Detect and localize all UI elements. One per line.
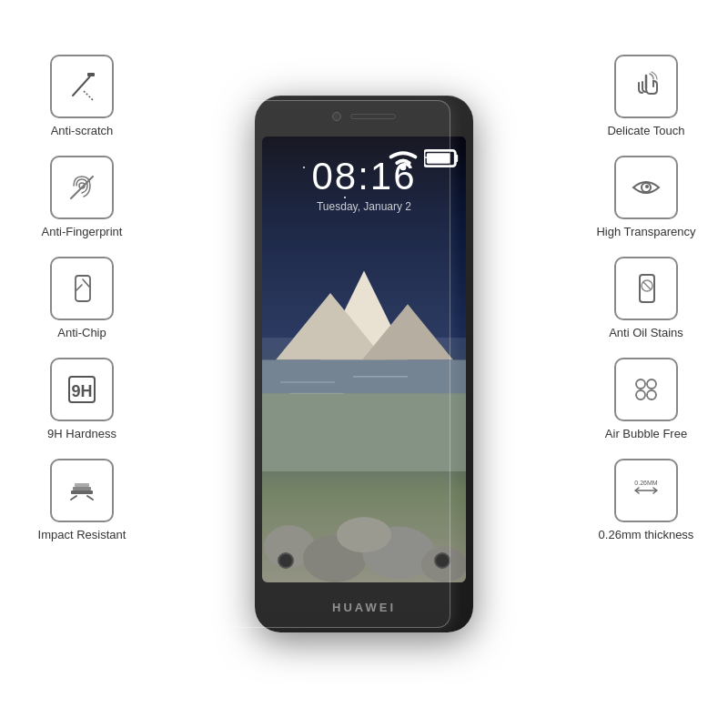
phone-wrapper: 08:16 Tuesday, January 2 xyxy=(228,82,500,646)
delicate-touch-icon-box xyxy=(614,55,678,118)
left-features: Anti-scratch Anti-Fingerprint xyxy=(9,55,155,541)
right-features: Delicate Touch High Transparency Ant xyxy=(573,55,719,541)
air-bubble-label: Air Bubble Free xyxy=(605,427,687,440)
phone-shield-icon xyxy=(628,270,664,307)
bubble-icon xyxy=(628,371,664,408)
impact-icon-box xyxy=(50,459,114,522)
9h-icon: 9H xyxy=(64,371,100,408)
wifi-icon xyxy=(385,140,421,177)
bottom-cam-right xyxy=(434,552,450,569)
svg-point-39 xyxy=(647,379,656,389)
phone-top-bar xyxy=(255,96,473,136)
anti-chip-label: Anti-Chip xyxy=(57,326,106,339)
svg-point-41 xyxy=(647,390,656,399)
svg-line-0 xyxy=(73,77,89,96)
svg-point-38 xyxy=(636,379,645,389)
feature-anti-scratch: Anti-scratch xyxy=(9,55,155,137)
svg-line-7 xyxy=(83,279,89,287)
speaker-bar xyxy=(350,114,396,119)
air-bubble-icon-box xyxy=(614,358,678,421)
high-transparency-icon-box xyxy=(614,156,678,219)
feature-anti-oil-stains: Anti Oil Stains xyxy=(573,257,719,339)
feature-high-transparency: High Transparency xyxy=(573,156,719,238)
impact-resistant-label: Impact Resistant xyxy=(38,528,126,541)
fingerprint-icon xyxy=(64,169,100,206)
phone-body: 08:16 Tuesday, January 2 xyxy=(255,96,473,632)
chip-icon xyxy=(64,270,100,307)
high-transparency-label: High Transparency xyxy=(596,225,695,238)
anti-oil-icon-box xyxy=(614,257,678,320)
svg-rect-14 xyxy=(75,483,89,487)
feature-delicate-touch: Delicate Touch xyxy=(573,55,719,137)
phone-bottom-bar: HUAWEI xyxy=(255,582,473,632)
feature-anti-fingerprint: Anti-Fingerprint xyxy=(9,156,155,238)
main-container: Anti-scratch Anti-Fingerprint xyxy=(0,0,728,728)
svg-line-3 xyxy=(84,91,93,100)
feature-9h-hardness: 9H 9H Hardness xyxy=(9,358,155,440)
anti-chip-icon-box xyxy=(50,257,114,320)
svg-point-29 xyxy=(337,517,391,552)
anti-oil-label: Anti Oil Stains xyxy=(609,326,683,339)
svg-line-16 xyxy=(87,496,93,500)
svg-text:9H: 9H xyxy=(71,382,92,400)
date-display: Tuesday, January 2 xyxy=(262,200,466,213)
delicate-touch-label: Delicate Touch xyxy=(607,124,684,137)
bottom-cam-left xyxy=(278,552,294,569)
anti-scratch-icon-box xyxy=(50,55,114,118)
touch-icon xyxy=(628,68,664,105)
scratch-icon xyxy=(64,68,100,105)
camera-dot xyxy=(332,112,341,121)
eye-icon xyxy=(628,169,664,206)
feature-thickness: 0.26MM 0.26mm thickness xyxy=(573,459,719,541)
svg-line-15 xyxy=(71,496,76,500)
anti-scratch-label: Anti-scratch xyxy=(51,124,114,137)
thickness-icon: 0.26MM xyxy=(628,472,664,509)
svg-rect-31 xyxy=(427,153,450,163)
svg-line-8 xyxy=(76,285,82,290)
svg-rect-2 xyxy=(87,73,95,76)
svg-rect-13 xyxy=(73,487,91,490)
anti-fingerprint-label: Anti-Fingerprint xyxy=(42,225,123,238)
9h-hardness-label: 9H Hardness xyxy=(47,427,116,440)
feature-impact-resistant: Impact Resistant xyxy=(9,459,155,541)
brand-label: HUAWEI xyxy=(332,601,396,614)
svg-point-40 xyxy=(636,390,645,399)
feature-anti-chip: Anti-Chip xyxy=(9,257,155,339)
svg-rect-12 xyxy=(71,490,93,494)
thickness-icon-box: 0.26MM xyxy=(614,459,678,522)
battery-icon xyxy=(424,140,460,177)
anti-fingerprint-icon-box xyxy=(50,156,114,219)
thickness-label: 0.26mm thickness xyxy=(599,528,694,541)
svg-text:0.26MM: 0.26MM xyxy=(634,480,657,486)
svg-line-37 xyxy=(643,282,651,289)
impact-icon xyxy=(64,472,100,509)
phone-bottom-cameras xyxy=(255,552,473,569)
feature-air-bubble-free: Air Bubble Free xyxy=(573,358,719,440)
9h-icon-box: 9H xyxy=(50,358,114,421)
status-bar xyxy=(385,140,460,177)
phone-screen: 08:16 Tuesday, January 2 xyxy=(262,136,466,582)
svg-point-34 xyxy=(645,185,649,188)
